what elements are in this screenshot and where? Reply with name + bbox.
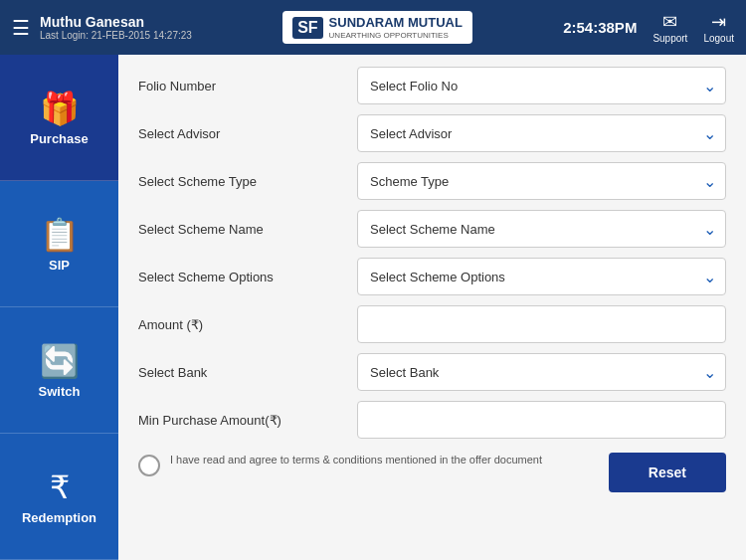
scheme-type-label: Select Scheme Type [138,174,357,189]
last-login: Last Login: 21-FEB-2015 14:27:23 [40,30,192,41]
hamburger-icon[interactable]: ☰ [12,16,30,40]
bank-select[interactable]: Select Bank [357,353,726,391]
scheme-type-select-wrapper: Scheme Type ⌄ [357,162,726,200]
user-name: Muthu Ganesan [40,14,192,30]
bank-row: Select Bank Select Bank ⌄ [138,353,726,391]
scheme-name-label: Select Scheme Name [138,222,357,237]
logo-brand: SUNDARAM MUTUAL [329,15,463,31]
sidebar-item-switch[interactable]: 🔄 Switch [0,307,118,434]
main-layout: 🎁 Purchase 📋 SIP 🔄 Switch ₹ Redemption F… [0,55,746,560]
content-area: Folio Number Select Folio No ⌄ Select Ad… [118,55,746,560]
logout-label: Logout [703,33,734,44]
sidebar-label-switch: Switch [39,384,81,399]
sidebar-item-redemption[interactable]: ₹ Redemption [0,434,118,560]
sidebar: 🎁 Purchase 📋 SIP 🔄 Switch ₹ Redemption [0,55,118,560]
sidebar-item-sip[interactable]: 📋 SIP [0,181,118,307]
min-purchase-input[interactable] [357,401,726,439]
scheme-options-row: Select Scheme Options Select Scheme Opti… [138,258,726,295]
scheme-name-row: Select Scheme Name Select Scheme Name ⌄ [138,210,726,248]
header-right: 2:54:38PM ✉ Support ⇥ Logout [563,11,734,44]
advisor-row: Select Advisor Select Advisor ⌄ [138,114,726,152]
logo-text: SUNDARAM MUTUAL UNEARTHING OPPORTUNITIES [329,15,463,40]
sidebar-label-redemption: Redemption [22,510,96,525]
logout-button[interactable]: ⇥ Logout [703,11,734,44]
advisor-label: Select Advisor [138,126,357,141]
support-label: Support [653,33,687,44]
logo-container: SF SUNDARAM MUTUAL UNEARTHING OPPORTUNIT… [282,11,472,44]
sidebar-label-purchase: Purchase [30,131,89,146]
advisor-select[interactable]: Select Advisor [357,114,726,152]
terms-checkbox[interactable] [138,455,160,476]
folio-select-wrapper: Select Folio No ⌄ [357,67,726,104]
logout-icon: ⇥ [703,11,734,33]
sidebar-label-sip: SIP [49,258,70,273]
time-display: 2:54:38PM [563,19,637,36]
header-center: SF SUNDARAM MUTUAL UNEARTHING OPPORTUNIT… [282,11,472,44]
scheme-options-select[interactable]: Select Scheme Options [357,258,726,295]
reset-button[interactable]: Reset [609,453,726,492]
advisor-select-wrapper: Select Advisor ⌄ [357,114,726,152]
min-purchase-label: Min Purchase Amount(₹) [138,413,357,428]
bank-select-wrapper: Select Bank ⌄ [357,353,726,391]
sidebar-item-purchase[interactable]: 🎁 Purchase [0,55,118,181]
switch-icon: 🔄 [40,342,80,380]
support-button[interactable]: ✉ Support [653,11,687,44]
scheme-options-select-wrapper: Select Scheme Options ⌄ [357,258,726,295]
terms-text: I have read and agree to terms & conditi… [170,453,542,467]
support-icon: ✉ [653,11,687,33]
terms-section: I have read and agree to terms & conditi… [138,453,589,476]
scheme-type-select[interactable]: Scheme Type [357,162,726,200]
logo-sf: SF [292,17,322,39]
purchase-icon: 🎁 [40,90,80,127]
logo-tagline: UNEARTHING OPPORTUNITIES [329,31,463,41]
folio-select[interactable]: Select Folio No [357,67,726,104]
scheme-name-select-wrapper: Select Scheme Name ⌄ [357,210,726,248]
bank-label: Select Bank [138,365,357,380]
user-info: Muthu Ganesan Last Login: 21-FEB-2015 14… [40,14,192,41]
sip-icon: 📋 [40,216,80,254]
folio-row: Folio Number Select Folio No ⌄ [138,67,726,104]
folio-label: Folio Number [138,79,357,93]
bottom-row: I have read and agree to terms & conditi… [138,453,726,492]
header-left: ☰ Muthu Ganesan Last Login: 21-FEB-2015 … [12,14,192,41]
amount-input[interactable] [357,305,726,343]
scheme-type-row: Select Scheme Type Scheme Type ⌄ [138,162,726,200]
min-purchase-row: Min Purchase Amount(₹) [138,401,726,439]
amount-label: Amount (₹) [138,317,357,332]
app-header: ☰ Muthu Ganesan Last Login: 21-FEB-2015 … [0,0,746,55]
amount-row: Amount (₹) [138,305,726,343]
redemption-icon: ₹ [50,468,70,506]
scheme-options-label: Select Scheme Options [138,270,357,284]
scheme-name-select[interactable]: Select Scheme Name [357,210,726,248]
